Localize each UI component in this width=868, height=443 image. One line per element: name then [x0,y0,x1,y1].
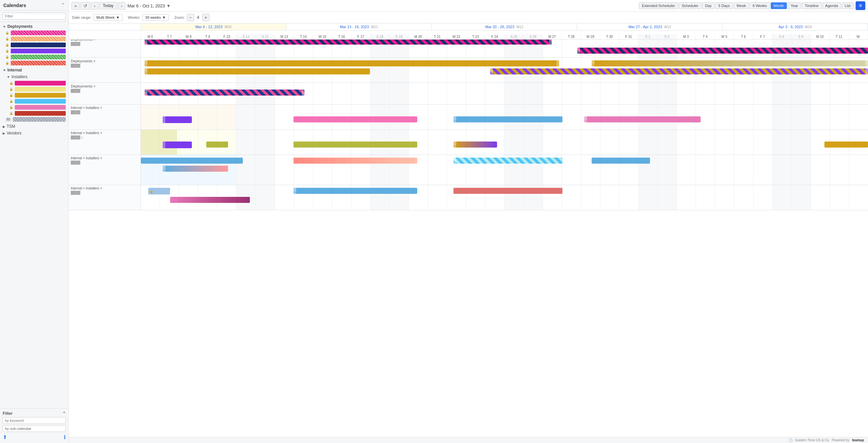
share-icon[interactable]: ⬆ [3,434,7,440]
resize-handle-left[interactable]: ⬡ [454,158,456,164]
date-range-display[interactable]: Mar 6 - Oct 1, 2023 ▼ [127,3,171,8]
event-bar[interactable]: ⬡ [454,158,562,164]
view-month-button[interactable]: Month [771,2,787,9]
color-bar[interactable] [11,42,66,47]
color-bar[interactable] [15,105,66,110]
sidebar-item-vendors[interactable]: ▶ Vendors [0,130,68,136]
sidebar-subgroup-installers-header[interactable]: ▼ Installers [0,73,68,80]
nav-refresh-button[interactable]: ↺ [81,2,90,10]
filter-collapse-icon[interactable]: ⌃ [62,411,66,416]
nav-back-back-button[interactable]: « [71,2,80,10]
zoom-out-button[interactable]: − [187,14,194,21]
event-bar[interactable]: ⬡ [577,48,868,54]
event-bar[interactable] [141,158,243,164]
row-grid-2[interactable]: ⬡ ⬡ ⬡ ⬡ ⬡ [141,58,868,83]
nav-back-button[interactable]: ‹ [91,2,98,10]
resize-handle-left[interactable]: ⬡ [584,116,587,122]
color-bar[interactable] [11,61,66,65]
date-range-select[interactable]: Multi Week ▼ [93,14,122,21]
resize-handle-left[interactable]: ⬡ [145,90,147,96]
resize-handle-right[interactable]: ⬡ [865,68,868,74]
resize-handle-left[interactable]: ⬡ [163,166,165,172]
color-bar[interactable] [15,99,66,104]
calendar-area[interactable]: Mar 6 - 12, 2023 W10 Mar 13 - 19, 2023 W… [69,24,868,437]
color-bar[interactable] [15,81,66,86]
event-bar[interactable]: ⬡ [454,141,497,148]
nav-forward-button[interactable]: › [118,2,125,10]
event-bar[interactable] [825,141,868,148]
row-grid-3[interactable]: ⬡ [141,83,868,104]
resize-handle-right[interactable] [556,60,559,66]
resize-handle-left[interactable]: ⬡ [454,141,456,148]
event-bar[interactable] [163,141,192,148]
color-bar[interactable] [11,49,66,53]
color-bar[interactable] [15,111,66,116]
filter-subcalendar-select[interactable]: by sub-calendar [3,425,66,432]
view-group: Extended Scheduler Scheduler Day 5 Days … [639,2,854,9]
view-scheduler-button[interactable]: Scheduler [679,2,702,9]
view-week-button[interactable]: Week [734,2,749,9]
resize-handle-left[interactable]: ⬡ [490,68,493,74]
event-bar[interactable] [293,141,417,148]
row-grid-7[interactable]: 🔒 ⬡ [141,185,868,210]
resize-handle-right[interactable]: ⬡ [865,60,868,66]
event-bar[interactable]: ⬡ [293,188,417,194]
view-extended-scheduler-button[interactable]: Extended Scheduler [639,2,678,9]
event-bar[interactable] [592,158,650,164]
event-bar[interactable] [293,158,417,164]
event-bar[interactable]: 🔒 [148,188,170,194]
resize-handle-left[interactable]: ⬡ [293,188,296,194]
sidebar-item-tsm[interactable]: ▶ TSM [0,123,68,130]
view-timeline-button[interactable]: Timeline [802,2,822,9]
event-bar[interactable]: ⬡ ⬡ [592,60,868,66]
resize-handle-left[interactable]: ⬡ [577,48,580,54]
color-bar[interactable] [11,37,66,41]
event-bar[interactable] [293,116,417,122]
event-bar[interactable]: ⬡ [145,60,559,66]
row-grid-6[interactable]: ⬡ ⬡ [141,155,868,185]
event-bar[interactable] [206,141,228,148]
resize-handle-right[interactable] [302,90,305,96]
row-grid-4[interactable]: ⬡ ⬡ [141,105,868,129]
resize-handle-left[interactable]: ⬡ [592,60,594,66]
weeks-select[interactable]: 30 weeks ▼ [142,14,169,21]
row-grid-5[interactable]: ⬡ [141,130,868,155]
view-year-button[interactable]: Year [787,2,801,9]
event-bar[interactable]: ⬡ [163,166,228,172]
zoom-in-button[interactable]: + [202,14,210,21]
event-bar[interactable] [163,116,192,123]
view-agenda-button[interactable]: Agenda [823,2,841,9]
event-bar[interactable]: ⬡ [145,68,370,74]
view-5days-button[interactable]: 5 Days [715,2,733,9]
event-bar[interactable]: ⬡ [584,116,701,122]
color-bar[interactable] [11,31,66,35]
sidebar: Calendars ⌃ ▼ Deployments 🔒 🔒 [0,0,69,443]
filter-keyword-input[interactable] [3,417,66,424]
today-button[interactable]: Today [99,2,117,9]
sidebar-group-deployments-header[interactable]: ▼ Deployments [0,23,68,30]
color-bar[interactable] [15,87,66,92]
event-bar[interactable]: ⬡ [145,90,305,96]
day-cell-m10: M 10 [811,34,830,39]
color-bar[interactable] [11,55,66,59]
sidebar-filter-input[interactable] [3,13,66,20]
view-day-button[interactable]: Day [702,2,715,9]
help-icon[interactable]: ℹ [64,434,66,440]
view-6weeks-button[interactable]: 6 Weeks [750,2,770,9]
weeks-select-chevron-icon: ▼ [162,15,166,20]
resize-handle-left[interactable] [163,116,165,123]
view-list-button[interactable]: List [842,2,854,9]
hamburger-menu-button[interactable]: ≡ [856,1,865,10]
resize-handle-left[interactable]: ⬡ [145,68,147,74]
color-bar[interactable] [13,117,66,122]
event-bar[interactable] [170,197,250,203]
resize-handle-left[interactable]: ⬡ [454,116,456,122]
event-bar[interactable]: ⬡ [454,116,562,122]
event-bar[interactable]: ⬡ ⬡ [490,68,868,74]
sidebar-collapse-button[interactable]: ⌃ [61,2,65,8]
resize-handle-left[interactable]: ⬡ [145,60,147,66]
color-bar[interactable] [15,93,66,98]
resize-handle-left[interactable] [163,141,165,148]
event-bar[interactable] [454,188,562,194]
sidebar-group-internal-header[interactable]: ▼ Internal [0,67,68,73]
